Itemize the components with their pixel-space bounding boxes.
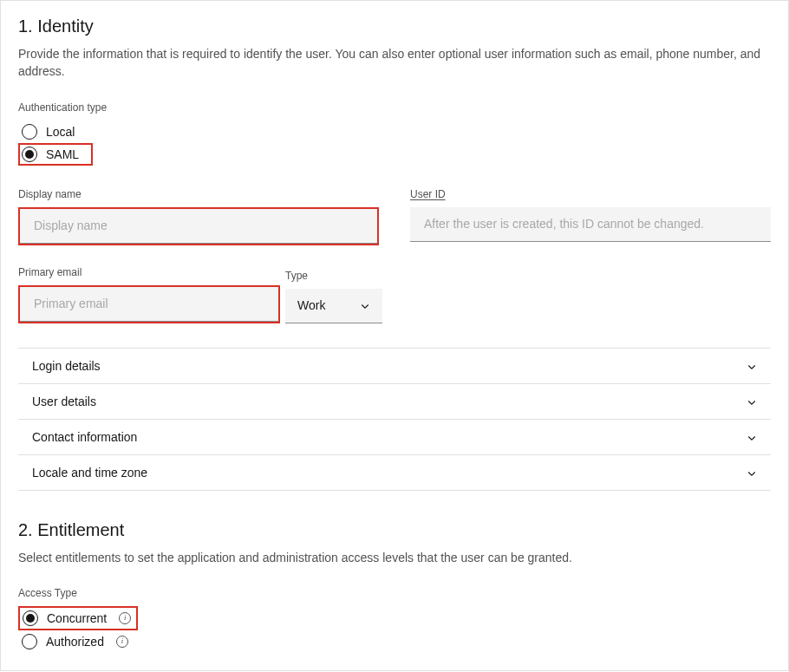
email-type-value: Work [297,298,325,312]
entitlement-description: Select entitlements to set the applicati… [18,549,771,566]
auth-local-option[interactable]: Local [18,121,771,143]
access-type-label: Access Type [18,587,771,599]
radio-icon [23,610,38,626]
radio-icon [22,147,37,162]
user-id-label: User ID [410,188,771,200]
access-concurrent-option[interactable]: Concurrent i [23,610,131,626]
accordion-contact-info[interactable]: Contact information [18,419,771,454]
display-name-field: Display name [18,188,379,245]
radio-icon [22,634,37,649]
accordion-label: Login details [32,359,101,373]
form-container: 1. Identity Provide the information that… [0,0,789,671]
highlight-concurrent: Concurrent i [18,606,138,630]
auth-type-label: Authentication type [18,101,771,114]
entitlement-title: 2. Entitlement [18,520,771,540]
accordion-list: Login details User details Contact infor… [18,348,771,491]
access-authorized-option[interactable]: Authorized i [18,630,771,653]
display-name-label: Display name [18,188,379,200]
chevron-down-icon [747,396,757,407]
highlight-primary-email [18,285,280,323]
chevron-down-icon [360,300,370,310]
info-icon[interactable]: i [119,612,131,624]
user-id-field: User ID [410,188,771,245]
accordion-label: Contact information [32,430,137,444]
access-type-radio-group: Concurrent i Authorized i [18,606,771,653]
auth-type-radio-group: Local SAML [18,121,771,166]
user-id-input[interactable] [410,207,771,242]
identity-description: Provide the information that is required… [18,45,771,81]
auth-local-label: Local [46,125,75,139]
highlight-display-name [18,207,379,245]
info-icon[interactable]: i [116,636,128,648]
chevron-down-icon [747,467,757,478]
radio-icon [22,124,37,140]
highlight-saml: SAML [18,143,93,166]
email-type-select[interactable]: Work [285,289,382,323]
chevron-down-icon [747,361,757,371]
accordion-label: User details [32,395,96,408]
access-concurrent-label: Concurrent [47,611,107,625]
accordion-login-details[interactable]: Login details [18,348,771,383]
primary-email-row: Primary email Type Work [18,266,394,323]
access-authorized-label: Authorized [46,635,104,649]
accordion-locale[interactable]: Locale and time zone [18,454,771,491]
identity-title: 1. Identity [18,16,771,36]
display-name-input[interactable] [20,209,377,244]
auth-saml-option[interactable]: SAML [22,147,79,162]
accordion-label: Locale and time zone [32,466,147,480]
primary-email-input[interactable] [20,287,278,322]
auth-saml-label: SAML [46,147,79,161]
email-type-label: Type [285,270,382,282]
chevron-down-icon [747,432,757,442]
primary-email-label: Primary email [18,266,280,278]
accordion-user-details[interactable]: User details [18,383,771,419]
